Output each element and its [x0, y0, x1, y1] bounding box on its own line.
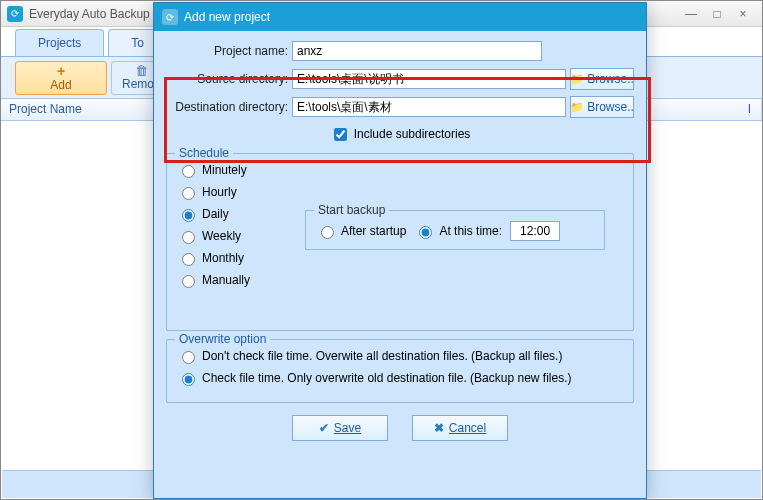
radio-overwrite-all[interactable]: Don't check file time. Overwite all dest…	[177, 348, 623, 364]
time-input[interactable]	[510, 221, 560, 241]
trash-icon: 🗑	[135, 64, 148, 77]
close-icon: ✖	[434, 421, 444, 435]
source-dir-input[interactable]	[292, 69, 566, 89]
include-subdirs-label: Include subdirectories	[354, 127, 471, 141]
folder-icon: 📁	[570, 101, 584, 114]
add-project-dialog: ⟳ Add new project Project name: Source d…	[153, 2, 647, 499]
close-button[interactable]: ×	[730, 7, 756, 21]
save-button[interactable]: ✔Save	[292, 415, 388, 441]
plus-icon: +	[57, 64, 65, 78]
radio-manually[interactable]: Manually	[177, 272, 623, 288]
project-name-input[interactable]	[292, 41, 542, 61]
start-backup-legend: Start backup	[314, 203, 389, 217]
dest-dir-input[interactable]	[292, 97, 566, 117]
cancel-button[interactable]: ✖Cancel	[412, 415, 508, 441]
radio-after-startup[interactable]: After startup	[316, 223, 406, 239]
add-label: Add	[50, 78, 71, 92]
project-name-label: Project name:	[166, 44, 288, 58]
dialog-titlebar: ⟳ Add new project	[154, 3, 646, 31]
start-backup-group: Start backup After startup At this time:	[305, 210, 605, 250]
include-subdirs-checkbox[interactable]	[334, 128, 347, 141]
radio-minutely[interactable]: Minutely	[177, 162, 623, 178]
radio-monthly[interactable]: Monthly	[177, 250, 623, 266]
folder-icon: 📁	[570, 73, 584, 86]
dialog-title: Add new project	[184, 10, 270, 24]
app-title: Everyday Auto Backup	[29, 7, 150, 21]
overwrite-legend: Overwrite option	[175, 332, 270, 346]
minimize-button[interactable]: —	[678, 7, 704, 21]
add-button[interactable]: + Add	[15, 61, 107, 95]
radio-hourly[interactable]: Hourly	[177, 184, 623, 200]
radio-at-this-time[interactable]: At this time:	[414, 223, 502, 239]
browse-source-button[interactable]: 📁Browse..	[570, 68, 634, 90]
app-icon: ⟳	[7, 6, 23, 22]
schedule-legend: Schedule	[175, 146, 233, 160]
radio-overwrite-new[interactable]: Check file time. Only overwrite old dest…	[177, 370, 623, 386]
overwrite-group: Overwrite option Don't check file time. …	[166, 339, 634, 403]
browse-dest-button[interactable]: 📁Browse..	[570, 96, 634, 118]
schedule-group: Schedule Minutely Hourly Daily Weekly Mo…	[166, 153, 634, 331]
check-icon: ✔	[319, 421, 329, 435]
tab-projects[interactable]: Projects	[15, 29, 104, 56]
source-dir-label: Source directory:	[166, 72, 288, 86]
col-i[interactable]: I	[646, 99, 762, 120]
dest-dir-label: Destination directory:	[166, 100, 288, 114]
maximize-button[interactable]: □	[704, 7, 730, 21]
dialog-icon: ⟳	[162, 9, 178, 25]
